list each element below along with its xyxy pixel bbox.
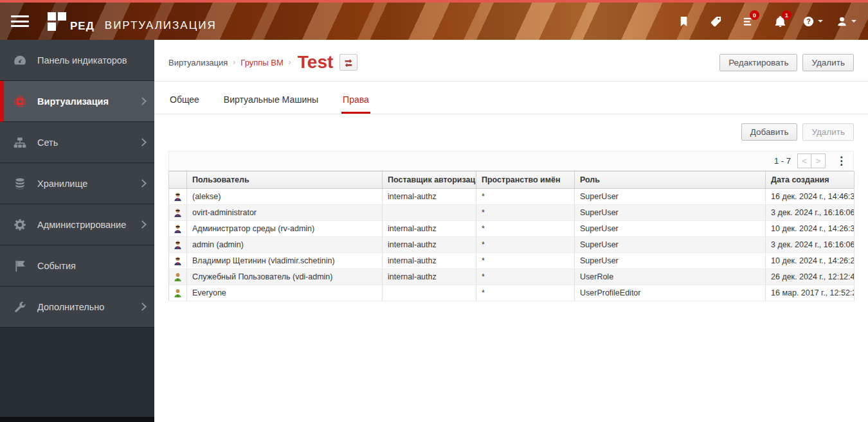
cell-created: 16 мар. 2017 г., 12:52:21 (766, 285, 854, 301)
table-row[interactable]: Служебный Пользователь (vdi-admin) inter… (169, 269, 854, 285)
pager-prev-button[interactable]: < (797, 154, 811, 168)
cell-user: Владимир Щетинин (vladimir.schetinin) (187, 253, 383, 269)
switch-entity-button[interactable] (339, 54, 357, 71)
table-row[interactable]: (alekse) internal-authz * SuperUser 16 д… (169, 189, 854, 205)
breadcrumb: Виртуализация › Группы ВМ › (168, 58, 296, 67)
sidebar-item-label: Панель индикаторов (37, 55, 127, 66)
notifications-badge: 1 (782, 10, 791, 20)
table-header-row: Пользователь Поставщик авторизации Прост… (169, 171, 854, 189)
sidebar-item-additional[interactable]: Дополнительно (0, 286, 154, 328)
cell-namespace: * (476, 285, 575, 301)
sidebar-item-label: События (37, 261, 76, 271)
notifications-bell-icon[interactable]: 1 (768, 9, 792, 33)
sidebar-item-label: Хранилище (37, 179, 87, 189)
help-icon: ? (802, 15, 815, 28)
column-header-icon[interactable] (169, 171, 187, 189)
cell-role: UserProfileEditor (575, 285, 766, 301)
tab-general[interactable]: Общее (168, 88, 201, 114)
breadcrumb-item-virtualization[interactable]: Виртуализация (168, 58, 228, 67)
swap-arrows-icon (343, 57, 354, 67)
delete-button[interactable]: Удалить (802, 54, 854, 71)
brand-logo: РЕД ВИРТУАЛИЗАЦИЯ (48, 12, 217, 31)
cell-provider (383, 205, 476, 221)
column-header-auth-provider[interactable]: Поставщик авторизации (383, 171, 476, 189)
sidebar-item-storage[interactable]: Хранилище (0, 163, 154, 204)
chevron-right-icon (138, 303, 147, 311)
table-row[interactable]: Владимир Щетинин (vladimir.schetinin) in… (169, 253, 854, 269)
cell-created: 3 дек. 2024 г., 16:16:06 (766, 237, 854, 253)
chevron-right-icon (138, 97, 147, 105)
tab-virtual-machines[interactable]: Виртуальные Машины (222, 88, 320, 114)
gear-icon (13, 218, 27, 232)
cell-user: Everyone (187, 285, 383, 301)
sidebar-item-administration[interactable]: Администрирование (0, 204, 154, 245)
admin-user-icon (173, 192, 183, 202)
kebab-menu-icon[interactable]: ⋮ (832, 155, 851, 166)
permissions-table: Пользователь Поставщик авторизации Прост… (168, 171, 854, 301)
column-header-created[interactable]: Дата создания (766, 171, 854, 189)
sidebar-nav: Панель индикаторов Виртуализация Сеть Хр… (0, 40, 154, 422)
user-icon (836, 15, 848, 28)
wrench-icon (13, 300, 27, 314)
add-permission-button[interactable]: Добавить (741, 123, 798, 141)
cell-user: (alekse) (187, 189, 383, 205)
svg-text:?: ? (806, 17, 811, 25)
user-menu[interactable] (833, 9, 859, 33)
chevron-down-icon (818, 20, 823, 22)
admin-user-icon (173, 240, 183, 250)
column-header-role[interactable]: Роль (575, 171, 766, 189)
remove-permission-button[interactable]: Удалить (802, 123, 854, 141)
cell-provider: internal-authz (383, 269, 476, 285)
network-icon (13, 136, 27, 150)
permissions-toolbar: Добавить Удалить (154, 114, 868, 148)
cell-provider: internal-authz (383, 221, 476, 237)
sidebar-item-virtualization[interactable]: Виртуализация (0, 81, 154, 122)
chevron-right-icon (138, 138, 147, 146)
user-icon (173, 288, 183, 298)
brand-squares-icon (48, 12, 66, 31)
masthead-actions: 0 1 ? (671, 9, 859, 33)
bookmark-icon[interactable] (671, 9, 696, 33)
cell-namespace: * (476, 253, 575, 269)
edit-button[interactable]: Редактировать (719, 54, 797, 71)
help-menu[interactable]: ? (800, 9, 826, 33)
brand-red-label: РЕД (70, 22, 95, 31)
column-header-user[interactable]: Пользователь (187, 171, 383, 189)
tasks-badge: 0 (750, 10, 759, 20)
sidebar-item-label: Сеть (37, 137, 58, 148)
sidebar-item-events[interactable]: События (0, 245, 154, 286)
cell-provider: internal-authz (383, 237, 476, 253)
permissions-grid: 1 - 7 < > ⋮ Пользователь Поставщик автор… (168, 151, 854, 301)
tag-icon[interactable] (703, 9, 728, 33)
pager-next-button[interactable]: > (811, 154, 826, 168)
cell-role: SuperUser (575, 205, 766, 221)
admin-user-icon (173, 208, 183, 218)
cell-provider: internal-authz (383, 253, 476, 269)
detail-tabs: Общее Виртуальные Машины Права (154, 88, 868, 114)
table-row[interactable]: Everyone * UserProfileEditor 16 мар. 201… (169, 285, 854, 301)
column-header-namespace[interactable]: Пространство имён (476, 171, 575, 189)
table-row[interactable]: ovirt-administrator * SuperUser 3 дек. 2… (169, 205, 854, 221)
sidebar-item-dashboard[interactable]: Панель индикаторов (0, 40, 154, 81)
hamburger-menu-icon[interactable] (9, 13, 31, 30)
app-window: РЕД ВИРТУАЛИЗАЦИЯ 0 1 ? (0, 0, 868, 422)
sidebar-item-label: Виртуализация (37, 96, 109, 107)
cell-role: SuperUser (575, 189, 766, 205)
table-row[interactable]: Администратор среды (rv-admin) internal-… (169, 221, 854, 237)
flag-icon (13, 259, 27, 273)
breadcrumb-separator: › (233, 58, 235, 67)
cell-user: Служебный Пользователь (vdi-admin) (187, 269, 383, 285)
tasks-icon[interactable]: 0 (736, 9, 760, 33)
chevron-down-icon (851, 20, 856, 22)
cell-user: admin (admin) (187, 237, 383, 253)
virtualization-icon (13, 94, 27, 109)
cell-created: 10 дек. 2024 г., 14:26:38 (766, 221, 854, 237)
main-content: Виртуализация › Группы ВМ › Test Редакти… (154, 40, 868, 422)
pagination-range: 1 - 7 (774, 156, 791, 166)
tab-permissions[interactable]: Права (341, 88, 370, 114)
sidebar-item-network[interactable]: Сеть (0, 122, 154, 163)
table-row[interactable]: admin (admin) internal-authz * SuperUser… (169, 237, 854, 253)
breadcrumb-link-vm-groups[interactable]: Группы ВМ (240, 58, 283, 67)
cell-namespace: * (476, 237, 575, 253)
dashboard-icon (13, 53, 27, 67)
